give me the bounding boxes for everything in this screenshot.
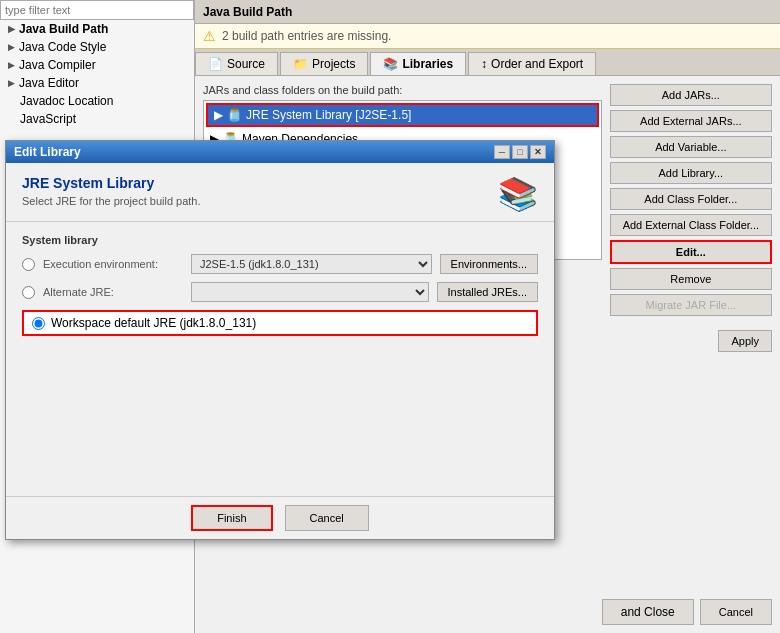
workspace-default-radio[interactable] — [32, 317, 45, 330]
dialog-header: JRE System Library Select JRE for the pr… — [6, 163, 554, 222]
add-external-class-folder-button[interactable]: Add External Class Folder... — [610, 214, 772, 236]
projects-tab-icon: 📁 — [293, 57, 308, 71]
sidebar-item-javadoc-location[interactable]: Javadoc Location — [0, 92, 194, 110]
dialog-titlebar: Edit Library ─ □ ✕ — [6, 141, 554, 163]
and-close-button[interactable]: and Close — [602, 599, 694, 625]
lib-item-jre[interactable]: ▶ 🫙 JRE System Library [J2SE-1.5] — [206, 103, 599, 127]
finish-button[interactable]: Finish — [191, 505, 272, 531]
dialog-header-title: JRE System Library — [22, 175, 201, 191]
add-library-button[interactable]: Add Library... — [610, 162, 772, 184]
bottom-action-row: and Close Cancel — [602, 599, 772, 625]
chevron-icon: ▶ — [8, 24, 15, 34]
migrate-jar-button[interactable]: Migrate JAR File... — [610, 294, 772, 316]
warning-bar: ⚠ 2 build path entries are missing. — [195, 24, 780, 49]
cancel-button[interactable]: Cancel — [700, 599, 772, 625]
execution-env-radio[interactable] — [22, 258, 35, 271]
right-buttons: Add JARs... Add External JARs... Add Var… — [610, 84, 772, 316]
tab-projects[interactable]: 📁 Projects — [280, 52, 368, 75]
add-external-jars-button[interactable]: Add External JARs... — [610, 110, 772, 132]
chevron-icon: ▶ — [8, 60, 15, 70]
edit-library-dialog: Edit Library ─ □ ✕ JRE System Library Se… — [5, 140, 555, 540]
chevron-icon: ▶ — [8, 78, 15, 88]
order-export-tab-icon: ↕ — [481, 57, 487, 71]
installed-jres-button[interactable]: Installed JREs... — [437, 282, 538, 302]
add-class-folder-button[interactable]: Add Class Folder... — [610, 188, 772, 210]
execution-env-select[interactable]: J2SE-1.5 (jdk1.8.0_131) — [191, 254, 432, 274]
sidebar-item-java-editor[interactable]: ▶ Java Editor — [0, 74, 194, 92]
workspace-default-label: Workspace default JRE (jdk1.8.0_131) — [51, 316, 256, 330]
alternate-jre-row: Alternate JRE: Installed JREs... — [22, 282, 538, 302]
titlebar-buttons: ─ □ ✕ — [494, 145, 546, 159]
dialog-body: System library Execution environment: J2… — [6, 222, 554, 352]
maximize-button[interactable]: □ — [512, 145, 528, 159]
filter-input[interactable] — [0, 0, 194, 20]
tab-libraries[interactable]: 📚 Libraries — [370, 52, 466, 75]
add-jars-button[interactable]: Add JARs... — [610, 84, 772, 106]
chevron-icon: ▶ — [8, 42, 15, 52]
panel-title: Java Build Path — [195, 0, 780, 24]
sidebar-item-javascript[interactable]: JavaScript — [0, 110, 194, 128]
source-tab-icon: 📄 — [208, 57, 223, 71]
close-button[interactable]: ✕ — [530, 145, 546, 159]
dialog-header-sub: Select JRE for the project build path. — [22, 195, 201, 207]
books-icon: 📚 — [498, 175, 538, 213]
workspace-default-row[interactable]: Workspace default JRE (jdk1.8.0_131) — [22, 310, 538, 336]
libraries-tab-icon: 📚 — [383, 57, 398, 71]
warning-icon: ⚠ — [203, 28, 216, 44]
jar-icon: 🫙 — [227, 108, 242, 122]
remove-button[interactable]: Remove — [610, 268, 772, 290]
execution-env-row: Execution environment: J2SE-1.5 (jdk1.8.… — [22, 254, 538, 274]
tab-bar: 📄 Source 📁 Projects 📚 Libraries ↕ Order … — [195, 49, 780, 76]
execution-env-label: Execution environment: — [43, 258, 183, 270]
add-variable-button[interactable]: Add Variable... — [610, 136, 772, 158]
tab-order-export[interactable]: ↕ Order and Export — [468, 52, 596, 75]
lib-section-label: JARs and class folders on the build path… — [203, 84, 602, 96]
dialog-header-text: JRE System Library Select JRE for the pr… — [22, 175, 201, 207]
dialog-footer: Finish Cancel — [6, 496, 554, 539]
sidebar-item-java-compiler[interactable]: ▶ Java Compiler — [0, 56, 194, 74]
dialog-cancel-button[interactable]: Cancel — [285, 505, 369, 531]
edit-button[interactable]: Edit... — [610, 240, 772, 264]
alternate-jre-select[interactable] — [191, 282, 429, 302]
sidebar-item-java-build-path[interactable]: ▶ Java Build Path — [0, 20, 194, 38]
apply-button[interactable]: Apply — [718, 330, 772, 352]
alternate-jre-radio[interactable] — [22, 286, 35, 299]
environments-button[interactable]: Environments... — [440, 254, 538, 274]
tab-source[interactable]: 📄 Source — [195, 52, 278, 75]
system-library-group-label: System library — [22, 234, 538, 246]
sidebar-item-java-code-style[interactable]: ▶ Java Code Style — [0, 38, 194, 56]
dialog-title: Edit Library — [14, 145, 81, 159]
expand-icon: ▶ — [214, 108, 223, 122]
minimize-button[interactable]: ─ — [494, 145, 510, 159]
alternate-jre-label: Alternate JRE: — [43, 286, 183, 298]
